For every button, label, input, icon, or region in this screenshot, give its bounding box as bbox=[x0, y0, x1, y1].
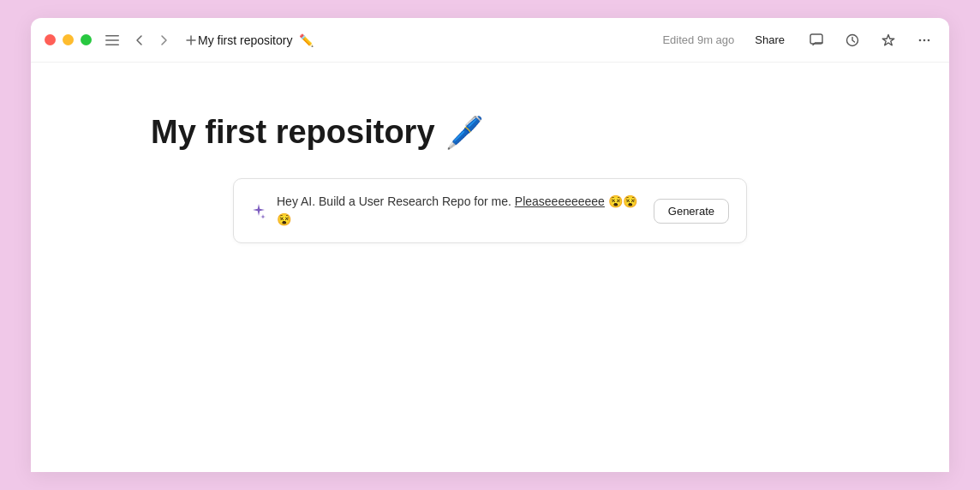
page-title: My first repository 🖊️ bbox=[151, 114, 484, 151]
share-button[interactable]: Share bbox=[748, 30, 792, 50]
titlebar: My first repository ✏️ Edited 9m ago Sha… bbox=[31, 18, 949, 63]
svg-rect-2 bbox=[105, 44, 119, 45]
history-icon[interactable] bbox=[841, 29, 863, 51]
ai-prompt-box: Hey AI. Build a User Research Repo for m… bbox=[233, 178, 747, 243]
titlebar-edit-icon[interactable]: ✏️ bbox=[299, 33, 314, 47]
ai-sparkle-icon bbox=[251, 203, 266, 218]
maximize-button[interactable] bbox=[81, 34, 92, 45]
titlebar-title: My first repository ✏️ bbox=[198, 33, 314, 47]
back-button[interactable] bbox=[129, 31, 150, 50]
titlebar-right: Edited 9m ago Share bbox=[662, 29, 935, 51]
add-button[interactable] bbox=[184, 33, 198, 47]
svg-point-7 bbox=[928, 39, 930, 41]
svg-rect-0 bbox=[105, 35, 119, 37]
page-title-text: My first repository bbox=[151, 114, 435, 151]
svg-point-5 bbox=[919, 39, 922, 41]
minimize-button[interactable] bbox=[63, 34, 74, 45]
titlebar-title-text: My first repository bbox=[198, 33, 292, 47]
page-title-emoji: 🖊️ bbox=[445, 115, 484, 151]
edited-timestamp: Edited 9m ago bbox=[662, 33, 734, 46]
generate-button[interactable]: Generate bbox=[654, 199, 729, 224]
svg-point-6 bbox=[923, 39, 926, 41]
traffic-lights bbox=[45, 34, 92, 45]
nav-buttons bbox=[129, 31, 174, 50]
close-button[interactable] bbox=[45, 34, 56, 45]
prompt-text-underlined: Pleaseeeeeeeee bbox=[515, 194, 605, 208]
forward-button[interactable] bbox=[153, 31, 174, 50]
app-window: My first repository ✏️ Edited 9m ago Sha… bbox=[31, 18, 949, 472]
more-icon[interactable] bbox=[913, 29, 935, 51]
svg-rect-1 bbox=[105, 39, 119, 41]
titlebar-controls bbox=[105, 31, 198, 50]
ai-prompt-text[interactable]: Hey AI. Build a User Research Repo for m… bbox=[277, 193, 643, 229]
prompt-text-before: Hey AI. Build a User Research Repo for m… bbox=[277, 194, 515, 208]
main-content: My first repository 🖊️ Hey AI. Build a U… bbox=[31, 63, 949, 472]
star-icon[interactable] bbox=[877, 29, 899, 51]
comment-icon[interactable] bbox=[805, 29, 828, 51]
hamburger-icon[interactable] bbox=[105, 33, 119, 47]
